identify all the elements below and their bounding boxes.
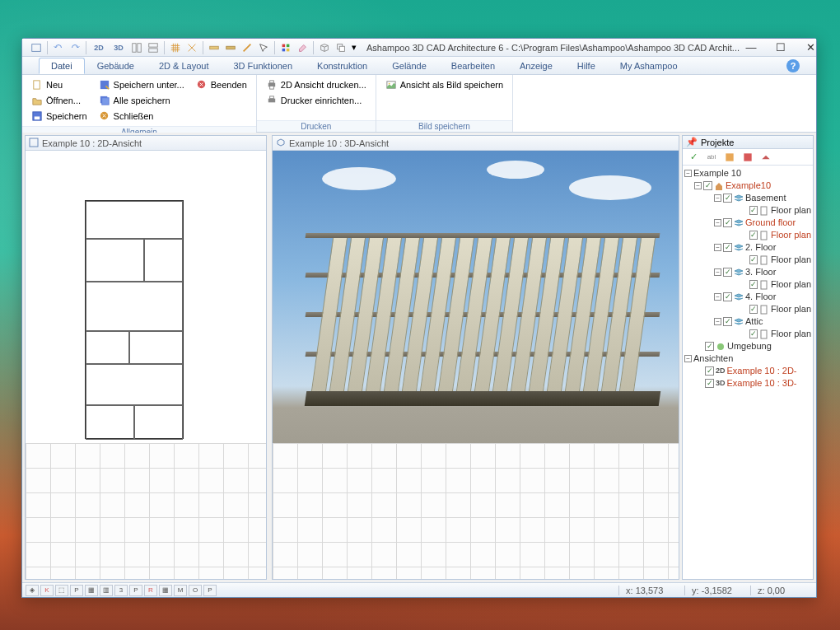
checkbox[interactable]: ✓ xyxy=(723,292,732,301)
copy-button[interactable] xyxy=(334,40,348,55)
2d-view-canvas[interactable] xyxy=(26,151,266,579)
menu-tab-bearbeiten[interactable]: Bearbeiten xyxy=(439,58,507,74)
menu-tab-my-ashampoo[interactable]: My Ashampoo xyxy=(608,58,690,74)
tree-node[interactable]: −✓Basement xyxy=(714,192,811,204)
tree-node[interactable]: −✓4. Floor xyxy=(714,291,811,303)
expand-icon[interactable]: − xyxy=(714,244,721,251)
tree-node[interactable]: ✓Floor plan xyxy=(744,229,811,241)
checkbox[interactable]: ✓ xyxy=(749,231,758,240)
ribbon-speichern-unter--button[interactable]: Speichern unter... xyxy=(95,77,189,92)
sb-button[interactable]: R xyxy=(144,585,157,596)
sb-button[interactable]: ⬚ xyxy=(55,585,68,596)
eraser-button[interactable] xyxy=(295,40,310,55)
sb-button[interactable]: 3 xyxy=(114,585,128,596)
2d-button[interactable]: 2D xyxy=(90,40,108,55)
menu-tab-gel-nde[interactable]: Gelände xyxy=(380,58,439,74)
sb-button[interactable]: P xyxy=(129,585,142,596)
expand-icon[interactable]: − xyxy=(714,219,721,226)
color-button[interactable] xyxy=(278,40,293,55)
tree-node[interactable]: −✓3. Floor xyxy=(714,266,811,278)
checkbox[interactable]: ✓ xyxy=(705,342,714,351)
tree-rename-button[interactable]: abl xyxy=(704,150,719,165)
cursor-button[interactable] xyxy=(256,40,271,55)
checkbox[interactable]: ✓ xyxy=(749,206,758,215)
redo-button[interactable] xyxy=(68,40,82,55)
expand-icon[interactable]: − xyxy=(684,355,692,362)
help-icon[interactable]: ? xyxy=(786,59,800,72)
tree-views[interactable]: −Ansichten xyxy=(684,352,811,365)
sb-button[interactable]: M xyxy=(174,585,187,596)
ribbon-ansicht-als-bild-speichern-button[interactable]: Ansicht als Bild speichern xyxy=(381,77,507,92)
checkbox[interactable]: ✓ xyxy=(723,243,732,252)
tree-body[interactable]: −Example 10−✓Example10−✓Basement✓Floor p… xyxy=(683,166,813,579)
tree-node[interactable]: ✓Floor plan xyxy=(744,254,811,266)
view-button[interactable] xyxy=(129,40,144,55)
sb-button[interactable]: ◈ xyxy=(26,585,39,596)
ribbon-speichern-button[interactable]: Speichern xyxy=(27,109,91,124)
tree-check-button[interactable]: ✓ xyxy=(686,150,701,165)
tree-tool-button[interactable] xyxy=(722,150,737,165)
tool-button[interactable] xyxy=(240,40,254,55)
sb-button[interactable]: ▦ xyxy=(159,585,172,596)
tree-node[interactable]: −✓2. Floor xyxy=(714,241,811,254)
checkbox[interactable]: ✓ xyxy=(705,379,714,388)
tree-node[interactable]: −✓Ground floor xyxy=(714,217,811,229)
minimize-button[interactable]: — xyxy=(740,40,763,55)
pin-icon[interactable]: 📌 xyxy=(686,137,698,147)
checkbox[interactable]: ✓ xyxy=(705,366,714,376)
maximize-button[interactable]: ☐ xyxy=(769,40,792,55)
menu-tab-hilfe[interactable]: Hilfe xyxy=(565,58,608,74)
checkbox[interactable]: ✓ xyxy=(723,268,732,277)
checkbox[interactable]: ✓ xyxy=(723,317,732,326)
ribbon-drucker-einrichten--button[interactable]: Drucker einrichten... xyxy=(262,93,371,108)
tree-tool-button[interactable] xyxy=(740,150,755,165)
expand-icon[interactable]: − xyxy=(694,182,702,189)
expand-icon[interactable]: − xyxy=(714,318,721,325)
3d-view-canvas[interactable]: document.write(Array.from({length:18},(_… xyxy=(273,151,679,579)
checkbox[interactable]: ✓ xyxy=(749,280,758,289)
sb-button[interactable]: K xyxy=(40,585,54,596)
sb-button[interactable]: ▦ xyxy=(85,585,98,596)
box-button[interactable] xyxy=(317,40,332,55)
measure-button[interactable] xyxy=(223,40,238,55)
tree-view-item[interactable]: ✓2D Example 10 : 2D- xyxy=(694,365,811,377)
checkbox[interactable]: ✓ xyxy=(703,181,712,190)
menu-tab-datei[interactable]: Datei xyxy=(39,58,85,74)
checkbox[interactable]: ✓ xyxy=(749,329,758,338)
checkbox[interactable]: ✓ xyxy=(749,255,758,264)
tree-node[interactable]: −✓Example10 xyxy=(694,180,811,192)
expand-icon[interactable]: − xyxy=(714,194,721,202)
menu-tab-konstruktion[interactable]: Konstruktion xyxy=(305,58,380,74)
expand-icon[interactable]: − xyxy=(684,170,692,177)
ribbon--ffnen--button[interactable]: Öffnen... xyxy=(27,93,91,108)
snap-button[interactable] xyxy=(184,40,199,55)
2d-view-header[interactable]: Example 10 : 2D-Ansicht xyxy=(26,136,266,151)
tree-node[interactable]: −✓Attic xyxy=(714,315,811,328)
tree-node[interactable]: ✓Floor plan xyxy=(744,278,811,291)
ribbon-alle-speichern-button[interactable]: Alle speichern xyxy=(95,93,189,108)
menu-tab-3d-funktionen[interactable]: 3D Funktionen xyxy=(222,58,306,74)
menu-tab-geb-ude[interactable]: Gebäude xyxy=(85,58,147,74)
checkbox[interactable]: ✓ xyxy=(723,218,732,227)
close-button[interactable]: ✕ xyxy=(799,40,822,55)
layout-button[interactable] xyxy=(146,40,161,55)
tree-node[interactable]: ✓Floor plan xyxy=(744,303,811,315)
menu-tab-anzeige[interactable]: Anzeige xyxy=(507,58,565,74)
sb-button[interactable]: P xyxy=(70,585,83,596)
tree-node[interactable]: ✓Floor plan xyxy=(744,204,811,217)
tree-root[interactable]: −Example 10 xyxy=(684,167,811,180)
undo-button[interactable] xyxy=(51,40,66,55)
grid-button[interactable] xyxy=(168,40,183,55)
3d-view-header[interactable]: Example 10 : 3D-Ansicht xyxy=(273,136,679,151)
sb-button[interactable]: ▥ xyxy=(100,585,113,596)
ribbon-beenden-button[interactable]: Beenden xyxy=(192,77,251,92)
sb-button[interactable]: O xyxy=(189,585,202,596)
dropdown-button[interactable]: ▾ xyxy=(350,40,358,55)
ribbon-schlie-en-button[interactable]: Schließen xyxy=(95,109,189,124)
checkbox[interactable]: ✓ xyxy=(723,194,732,203)
3d-button[interactable]: 3D xyxy=(110,40,128,55)
expand-icon[interactable]: − xyxy=(714,268,721,276)
sb-button[interactable]: P xyxy=(203,585,217,596)
qat-button[interactable] xyxy=(29,40,44,55)
ribbon-neu-button[interactable]: Neu xyxy=(27,77,91,92)
